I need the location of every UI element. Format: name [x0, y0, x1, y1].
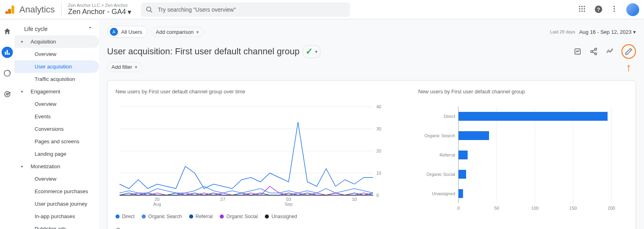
pagination-range: 1-5 of 5: [610, 228, 627, 229]
table-search-input[interactable]: Search: [125, 228, 142, 229]
sidebar-item-ecommerce-purchases[interactable]: Ecommerce purchases: [14, 185, 99, 198]
svg-text:03: 03: [286, 197, 291, 202]
property-selector[interactable]: Zen Anchor LLC > Zen Anchor Zen Anchor -…: [61, 3, 131, 17]
svg-text:20: 20: [376, 149, 381, 153]
caret-down-icon: ▾: [633, 29, 636, 35]
svg-rect-19: [5, 52, 6, 55]
rail-explore-icon[interactable]: [2, 68, 13, 79]
svg-point-17: [613, 8, 615, 9]
search-icon: [146, 6, 153, 13]
sidebar-item-events[interactable]: Events: [14, 110, 99, 123]
svg-rect-20: [6, 50, 8, 55]
svg-text:Organic Search: Organic Search: [425, 133, 455, 138]
insights-icon[interactable]: [605, 47, 614, 56]
svg-point-10: [584, 8, 585, 9]
check-circle-icon: ✓: [305, 46, 313, 57]
search-icon: [116, 227, 122, 229]
legend-item[interactable]: Organic Social: [220, 214, 258, 219]
sidebar-group-engagement[interactable]: ▾Engagement: [14, 85, 99, 98]
chevron-up-icon: ⌃: [88, 26, 93, 32]
svg-line-4: [150, 10, 152, 12]
sidebar-item-user-purchase-journey[interactable]: User purchase journey: [14, 198, 99, 210]
audience-badge: A: [110, 28, 118, 36]
rows-per-page-label: Rows per page:: [555, 228, 592, 229]
customize-insights-icon[interactable]: [573, 47, 582, 56]
rail-home-icon[interactable]: [2, 26, 13, 37]
svg-text:20: 20: [155, 197, 159, 202]
svg-line-31: [592, 52, 595, 53]
rail-advertising-icon[interactable]: [2, 89, 13, 100]
sidebar-section-lifecycle[interactable]: Life cycle ⌃: [14, 23, 99, 35]
sidebar-group-monetization[interactable]: ▾Monetization: [14, 160, 99, 173]
date-range-picker[interactable]: Aug 16 - Sep 12, 2023 ▾: [579, 29, 636, 35]
triangle-down-icon: ▾: [21, 89, 25, 94]
sidebar-item-overview[interactable]: Overview: [14, 98, 99, 110]
charts-card: New users by First user default channel …: [107, 80, 636, 229]
legend-dot-icon: [220, 215, 224, 219]
sidebar-item-publisher-ads[interactable]: Publisher ads: [14, 223, 99, 229]
legend-dot-icon: [265, 215, 269, 219]
svg-text:Unassigned: Unassigned: [432, 191, 455, 196]
share-icon[interactable]: [589, 47, 598, 56]
avatar[interactable]: [626, 3, 639, 16]
search-input[interactable]: Try searching "Users overview": [141, 2, 350, 17]
caret-down-icon: ▾: [603, 228, 606, 229]
topbar: Analytics Zen Anchor LLC > Zen Anchor Ze…: [0, 0, 644, 19]
audience-chip[interactable]: A All Users: [107, 26, 147, 38]
svg-text:27: 27: [221, 197, 225, 202]
edit-report-button[interactable]: ↑: [621, 44, 636, 59]
svg-line-30: [592, 50, 595, 51]
line-chart-title: New users by First user default channel …: [116, 89, 406, 95]
svg-text:Organic Social: Organic Social: [426, 172, 455, 177]
sidebar-item-overview[interactable]: Overview: [14, 48, 99, 60]
apps-icon[interactable]: [578, 5, 588, 14]
status-chip[interactable]: ✓ ▾: [303, 45, 320, 58]
add-filter-button[interactable]: Add filter +: [107, 62, 142, 72]
svg-text:150: 150: [570, 206, 577, 210]
legend-item[interactable]: Direct: [116, 214, 134, 219]
svg-point-9: [581, 8, 582, 9]
triangle-down-icon: ▾: [21, 164, 25, 169]
main-content: A All Users Add comparison + Last 28 day…: [99, 19, 644, 229]
caret-down-icon: ▾: [128, 8, 131, 17]
sidebar-item-pages-and-screens[interactable]: Pages and screens: [14, 135, 99, 148]
rows-per-page-select[interactable]: 10 ▾: [596, 228, 606, 229]
sidebar-item-landing-page[interactable]: Landing page: [14, 148, 99, 160]
legend-dot-icon: [189, 215, 193, 219]
more-vert-icon[interactable]: [610, 5, 620, 14]
svg-point-16: [613, 6, 615, 7]
sidebar-item-user-acquisition[interactable]: User acquisition: [14, 60, 99, 73]
svg-text:Sep: Sep: [285, 202, 293, 206]
svg-rect-65: [458, 170, 466, 179]
svg-text:40: 40: [376, 104, 381, 109]
help-icon[interactable]: ?: [594, 5, 604, 14]
sidebar-item-conversions[interactable]: Conversions: [14, 123, 99, 135]
svg-text:10: 10: [352, 197, 357, 202]
date-preset-label: Last 28 days: [550, 29, 575, 34]
bar-chart: 050100150200DirectOrganic SearchReferral…: [418, 103, 619, 215]
svg-point-6: [581, 6, 582, 7]
svg-text:?: ?: [597, 6, 600, 12]
analytics-logo-icon: [5, 4, 16, 15]
svg-rect-1: [8, 8, 11, 14]
add-comparison-button[interactable]: Add comparison +: [151, 27, 204, 37]
sidebar-item-traffic-acquisition[interactable]: Traffic acquisition: [14, 73, 99, 85]
svg-point-13: [584, 10, 585, 12]
sidebar-item-in-app-purchases[interactable]: In-app purchases: [14, 210, 99, 223]
sidebar: Life cycle ⌃ ▾AcquisitionOverviewUser ac…: [14, 19, 99, 229]
report-title: User acquisition: First user default cha…: [107, 45, 320, 58]
svg-text:200: 200: [608, 206, 615, 210]
legend-item[interactable]: Unassigned: [265, 214, 297, 219]
svg-point-8: [579, 8, 580, 9]
rail-reports-icon[interactable]: [2, 47, 13, 58]
svg-rect-67: [458, 189, 463, 198]
legend-item[interactable]: Referral: [189, 214, 213, 219]
svg-text:0: 0: [376, 193, 379, 198]
sidebar-item-overview[interactable]: Overview: [14, 173, 99, 185]
svg-point-11: [579, 10, 580, 12]
legend-dot-icon: [142, 215, 146, 219]
sidebar-group-acquisition[interactable]: ▾Acquisition: [14, 35, 99, 48]
legend-item[interactable]: Organic Search: [142, 214, 182, 219]
svg-point-29: [595, 53, 597, 55]
svg-point-18: [613, 10, 615, 12]
